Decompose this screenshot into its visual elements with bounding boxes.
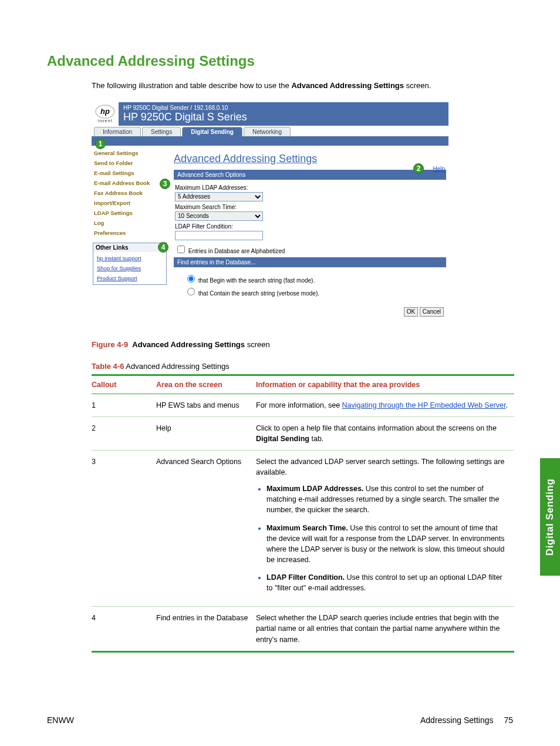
footer-right-label: Addressing Settings [420,715,494,725]
bullet-bold: Maximum LDAP Addresses. [266,485,363,493]
figure-caption: Figure 4-9 Advanced Addressing Settings … [92,340,513,349]
ews-tabbar: Information Settings Digital Sending Net… [92,126,448,136]
label-max-search-time: Maximum Search Time: [175,204,445,210]
radio-contain[interactable] [187,288,195,295]
section-advanced-search: Advanced Search Options [174,170,446,180]
figure-bold: Advanced Addressing Settings [132,340,245,349]
label-max-ldap-addresses: Maximum LDAP Addresses: [175,184,445,191]
side-tab-digital-sending: Digital Sending [540,458,560,576]
tab-networking[interactable]: Networking [244,127,291,136]
section-find-entries: Find entries in the Database... [174,257,446,267]
other-links-heading: Other Links 4 [93,243,167,252]
table-row: 2 Help Click to open a help file that co… [92,416,514,450]
link-hp-instant-support[interactable]: hp instant support [96,253,164,263]
other-links-box: hp instant support Shop for Supplies Pro… [93,252,167,285]
ok-button[interactable]: OK [404,307,418,317]
cell-info: Select the advanced LDAP server search s… [256,450,514,606]
cancel-button[interactable]: Cancel [420,307,444,317]
panel-title: Advanced Addressing Settings [174,153,446,165]
nav-ldap-settings[interactable]: LDAP Settings [93,208,167,218]
figure-after: screen [245,340,270,349]
cell-info-after: . [505,401,507,409]
label-begin-with: that Begin with the search string (fast … [198,277,315,284]
figure-lead: Figure 4-9 [92,340,128,349]
cell-area: Advanced Search Options [156,450,256,606]
nav-log[interactable]: Log [93,218,167,228]
settings-table: Callout Area on the screen Information o… [92,374,514,653]
other-links-heading-text: Other Links [96,244,129,251]
th-info: Information or capability that the area … [256,375,514,394]
device-series: HP 9250C Digital S Series [123,111,247,123]
cell-callout: 4 [92,607,156,651]
ews-main-panel: Advanced Addressing Settings 2 Help Adva… [168,146,448,324]
radio-begin-with[interactable] [187,275,195,283]
nav-send-to-folder[interactable]: Send to Folder [93,158,167,168]
label-contain: that Contain the search string (verbose … [198,290,319,297]
bullet-item: Maximum LDAP Addresses. Use this control… [266,483,508,515]
footer-left: ENWW [47,715,74,725]
callout-2: 2 [413,163,424,174]
table-lead: Table 4-6 [92,362,124,371]
nav-email-address-book[interactable]: E-mail Address Book [93,178,167,188]
ews-sidebar: General Settings Send to Folder E-mail S… [92,146,168,324]
device-address: HP 9250C Digital Sender / 192.168.0.10 [123,105,247,111]
nav-import-export[interactable]: Import/Export [93,198,167,208]
table-row: 4 Find entries in the Database Select wh… [92,607,514,651]
page-footer: ENWW Addressing Settings 75 [47,715,513,725]
tab-underbar: 1 [92,136,448,146]
cell-callout: 2 [92,416,156,450]
tab-settings[interactable]: Settings [142,127,181,136]
cell-callout: 3 [92,450,156,606]
table-row: 3 Advanced Search Options Select the adv… [92,450,514,606]
cell-info: Click to open a help file that contains … [256,416,514,450]
label-alphabetized: Entries in Database are Alphabetized [188,248,285,254]
nav-email-settings[interactable]: E-mail Settings [93,168,167,178]
link-product-support[interactable]: Product Support [96,273,164,283]
callout-4: 4 [158,242,168,253]
bullet-item: Maximum Search Time. Use this control to… [266,523,508,566]
link-shop-supplies[interactable]: Shop for Supplies [96,263,164,273]
hp-logo-block: hp invent [92,102,119,126]
checkbox-alphabetized[interactable] [177,246,185,253]
screenshot-figure: hp invent HP 9250C Digital Sender / 192.… [92,102,448,324]
bullet-bold: Maximum Search Time. [266,524,348,532]
tab-information[interactable]: Information [94,127,141,136]
nav-preferences[interactable]: Preferences [93,228,167,238]
hp-logo-icon: hp [95,105,115,119]
link-navigating-ews[interactable]: Navigating through the HP Embedded Web S… [342,401,506,409]
intro-bold: Advanced Addressing Settings [291,81,404,90]
cell-info: For more information, see Navigating thr… [256,394,514,416]
table-caption: Table 4-6 Advanced Addressing Settings [92,362,513,371]
intro-after: screen. [404,81,431,90]
cell-info-bold: Digital Sending [256,435,309,443]
tab-digital-sending[interactable]: Digital Sending [182,127,242,136]
hp-logo-sub: invent [95,119,115,123]
intro-text: The following illustration and table des… [92,80,513,92]
bullet-item: LDAP Filter Condition. Use this control … [266,572,508,593]
table-row: 1 HP EWS tabs and menus For more informa… [92,394,514,416]
select-max-ldap-addresses[interactable]: 5 Addresses [175,192,263,201]
cell-info-before: Select the advanced LDAP server search s… [256,458,504,476]
nav-fax-address-book[interactable]: Fax Address Book [93,188,167,198]
page-title: Advanced Addressing Settings [47,53,513,69]
th-callout: Callout [92,375,156,394]
nav-general-settings[interactable]: General Settings [93,148,167,158]
footer-page-number: 75 [504,715,513,725]
cell-callout: 1 [92,394,156,416]
cell-area: HP EWS tabs and menus [156,394,256,416]
table-rest: Advanced Addressing Settings [124,362,229,371]
th-area: Area on the screen [156,375,256,394]
help-link[interactable]: Help [433,166,445,172]
cell-area: Help [156,416,256,450]
bullet-bold: LDAP Filter Condition. [266,573,345,582]
intro-before: The following illustration and table des… [92,81,291,90]
cell-info: Select whether the LDAP search queries i… [256,607,514,651]
input-ldap-filter[interactable] [175,231,263,240]
select-max-search-time[interactable]: 10 Seconds [175,211,263,221]
cell-info-before: For more information, see [256,401,342,409]
cell-info-after: tab. [309,435,323,443]
label-ldap-filter: LDAP Filter Condition: [175,223,445,230]
shot-header: HP 9250C Digital Sender / 192.168.0.10 H… [119,102,448,126]
cell-area: Find entries in the Database [156,607,256,651]
cell-info-before: Click to open a help file that contains … [256,424,497,432]
